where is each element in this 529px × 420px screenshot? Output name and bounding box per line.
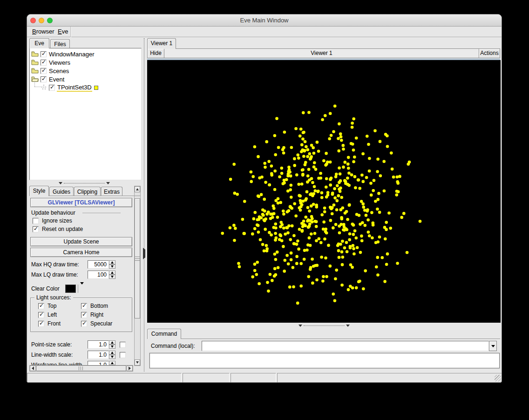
wireframe-width-spinner[interactable]: 1.0	[88, 361, 115, 365]
spin-up-icon[interactable]	[109, 351, 115, 355]
glviewer-class-button[interactable]: GLViewer [TGLSAViewer]	[30, 198, 132, 207]
tab-command[interactable]: Command	[147, 329, 181, 339]
tree-connector	[34, 87, 41, 87]
tree-item-label[interactable]: Viewers	[48, 59, 71, 66]
point-size-value[interactable]: 1.0	[88, 340, 109, 349]
tree-item-windowmanager[interactable]: WindowManager	[31, 50, 95, 58]
point-size-row: Point-size scale: 1.0	[31, 340, 126, 349]
status-cell	[231, 373, 276, 383]
light-right-checkbox[interactable]	[81, 312, 87, 318]
tree-checkbox[interactable]	[41, 60, 47, 66]
tree-checkbox[interactable]	[41, 76, 47, 82]
hide-button[interactable]: Hide	[148, 49, 164, 58]
editor-vscrollbar[interactable]	[134, 186, 141, 366]
reset-on-update-checkbox[interactable]	[33, 226, 39, 232]
command-local-label: Command (local):	[151, 343, 195, 349]
splitter-arrow-icon[interactable]	[143, 249, 145, 259]
color-marker[interactable]	[94, 86, 98, 90]
light-left-label: Left	[47, 312, 57, 318]
light-bottom-checkbox[interactable]	[81, 303, 87, 309]
tree-item-tpointset3d[interactable]: TPointSet3D	[41, 84, 98, 92]
max-hq-label: Max HQ draw time:	[31, 261, 88, 268]
scroll-right-icon[interactable]	[127, 366, 133, 371]
spin-down-icon[interactable]	[109, 275, 115, 279]
update-scene-label: Update Scene	[63, 238, 99, 245]
menu-browser[interactable]: Browser	[31, 27, 55, 37]
tab-guides[interactable]: Guides	[49, 187, 74, 196]
line-width-checkbox[interactable]	[120, 352, 126, 358]
command-input[interactable]	[202, 341, 489, 351]
scroll-up-icon[interactable]	[135, 186, 140, 192]
tree-item-label[interactable]: Scenes	[48, 68, 69, 75]
light-front-row: Front	[38, 320, 81, 327]
command-combobox[interactable]	[202, 341, 497, 351]
spin-up-icon[interactable]	[109, 260, 115, 264]
spin-down-icon[interactable]	[109, 355, 115, 359]
gl-viewport[interactable]	[147, 60, 501, 323]
light-specular-checkbox[interactable]	[81, 321, 87, 327]
tree-item-scenes[interactable]: Scenes	[31, 67, 69, 75]
hscroll-thumb[interactable]	[36, 366, 126, 371]
actions-button[interactable]: Actions	[479, 49, 500, 58]
close-button[interactable]	[30, 18, 36, 23]
clear-color-dropdown-icon[interactable]	[80, 285, 84, 293]
update-scene-button[interactable]: Update Scene	[30, 237, 132, 246]
tab-files[interactable]: Files	[50, 39, 70, 48]
tree-checkbox[interactable]	[41, 68, 47, 74]
tab-style[interactable]: Style	[29, 186, 49, 196]
menu-eve[interactable]: Eve	[57, 27, 69, 37]
tree-item-viewers[interactable]: Viewers	[31, 59, 71, 67]
spin-up-icon[interactable]	[109, 271, 115, 275]
command-output-area[interactable]	[149, 353, 500, 368]
light-front-checkbox[interactable]	[38, 321, 44, 327]
max-lq-spinner[interactable]: 100	[88, 271, 115, 279]
tab-clipping[interactable]: Clipping	[74, 187, 101, 196]
tree-item-label[interactable]: TPointSet3D	[57, 84, 92, 92]
minimize-button[interactable]	[39, 18, 44, 23]
tab-eve[interactable]: Eve	[29, 38, 49, 48]
tab-extras[interactable]: Extras	[101, 187, 122, 196]
vscroll-thumb[interactable]	[135, 198, 140, 318]
point-size-checkbox[interactable]	[120, 342, 126, 348]
spin-down-icon[interactable]	[109, 264, 115, 269]
line-width-value[interactable]: 1.0	[88, 351, 109, 359]
tree-item-label[interactable]: Event	[48, 76, 65, 83]
max-hq-value[interactable]: 5000	[88, 260, 109, 269]
spin-up-icon[interactable]	[109, 361, 115, 365]
editor-hscrollbar[interactable]	[29, 365, 133, 372]
spin-up-icon[interactable]	[109, 340, 115, 345]
titlebar[interactable]: Eve Main Window	[27, 14, 502, 27]
tree-checkbox[interactable]	[49, 85, 55, 91]
max-hq-spinner[interactable]: 5000	[88, 260, 115, 269]
max-lq-value[interactable]: 100	[88, 271, 109, 279]
light-top-label: Top	[47, 303, 56, 309]
viewer-command-splitter[interactable]	[147, 323, 501, 329]
clear-color-swatch[interactable]	[65, 285, 76, 293]
glviewer-class-label: GLViewer [TGLSAViewer]	[48, 199, 115, 206]
point-size-spinner[interactable]: 1.0	[88, 340, 115, 349]
wireframe-width-value[interactable]: 1.0	[88, 361, 109, 365]
zoom-button[interactable]	[47, 18, 53, 23]
light-left-checkbox[interactable]	[38, 312, 44, 318]
resize-grip[interactable]	[495, 375, 501, 381]
ignore-sizes-checkbox[interactable]	[33, 218, 39, 224]
tree-editor-splitter[interactable]	[27, 180, 142, 186]
command-dropdown-icon[interactable]	[489, 341, 497, 351]
light-top-checkbox[interactable]	[38, 303, 44, 309]
tree-item-event[interactable]: Event	[31, 75, 65, 83]
camera-home-button[interactable]: Camera Home	[30, 248, 132, 257]
light-top-row: Top	[38, 303, 81, 309]
tree-item-label[interactable]: WindowManager	[48, 51, 95, 58]
spin-down-icon[interactable]	[109, 345, 115, 349]
panel-splitter[interactable]	[142, 38, 147, 372]
status-cell	[27, 373, 182, 383]
tab-viewer-1[interactable]: Viewer 1	[147, 38, 176, 49]
line-width-spinner[interactable]: 1.0	[88, 351, 115, 359]
ignore-sizes-row: Ignore sizes	[33, 217, 72, 224]
viewer-undock-bar: Hide Viewer 1 Actions	[147, 48, 500, 58]
scroll-down-icon[interactable]	[135, 359, 140, 366]
tree-checkbox[interactable]	[41, 51, 47, 57]
viewer-title[interactable]: Viewer 1	[164, 49, 479, 58]
scroll-left-icon[interactable]	[30, 366, 36, 371]
light-left-row: Left	[38, 312, 81, 318]
